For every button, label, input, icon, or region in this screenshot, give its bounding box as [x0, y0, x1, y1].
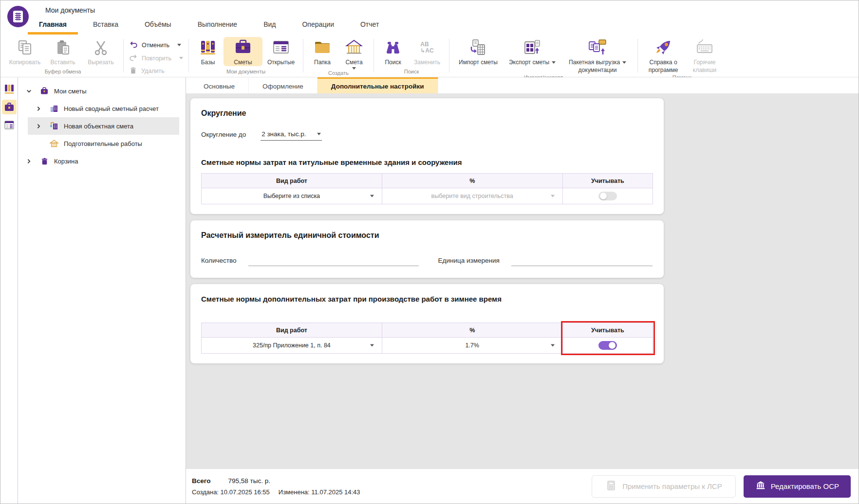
batch-export-button[interactable]: Пакетная выгрузка документации [561, 37, 634, 74]
rounding-select[interactable]: 2 знака, тыс.р. [261, 130, 322, 141]
apply-toggle[interactable] [598, 192, 617, 200]
trash-icon [38, 155, 50, 167]
scissors-icon [92, 37, 110, 58]
menu-tab-report[interactable]: Отчет [347, 20, 392, 35]
column-header-work: Вид работ [202, 174, 382, 188]
cut-button[interactable]: Вырезать [82, 37, 120, 66]
house-estimate-icon [344, 37, 364, 58]
chevron-right-icon[interactable] [33, 123, 44, 129]
quantity-input[interactable] [248, 256, 419, 266]
import-estimate-button[interactable]: Импорт сметы [453, 37, 504, 66]
replace-button[interactable]: AB ↳AC Заменить [409, 37, 446, 66]
tree-item-summary-estimate[interactable]: Новый сводный сметный расчет [18, 100, 186, 117]
paste-button[interactable]: Вставить [44, 37, 82, 66]
menu-tab-view[interactable]: Вид [250, 20, 289, 35]
ribbon-group-search: Поиск AB ↳AC Заменить Поиск [374, 35, 449, 77]
rocket-icon [654, 37, 673, 58]
estimate-dropdown-icon[interactable] [352, 67, 356, 70]
copy-button[interactable]: Копировать [6, 37, 44, 66]
construction-type-select[interactable]: выберите вид строительства [382, 188, 562, 204]
estimates-button[interactable]: Сметы [224, 37, 262, 66]
documents-tree: Мои сметы Новый сводный сметный расчет [18, 77, 186, 504]
undo-button[interactable]: Отменить [129, 40, 183, 50]
batch-dropdown-icon[interactable] [622, 61, 626, 64]
dropdown-arrow-icon [370, 195, 374, 198]
about-button[interactable]: Справка о программе [641, 37, 685, 74]
quantity-label: Количество [201, 257, 237, 266]
winter-work-type-select[interactable]: 325/пр Приложение 1, п. 84 [202, 338, 382, 354]
modified-timestamp: Изменена: 11.07.2025 14:43 [279, 488, 360, 496]
redo-button[interactable]: Повторить [129, 53, 183, 63]
group-label-search: Поиск [404, 68, 419, 76]
tab-design[interactable]: Оформление [249, 77, 317, 93]
tree-item-recycle-bin[interactable]: Корзина [18, 152, 186, 170]
column-header-apply: Учитывать [562, 174, 653, 188]
group-label-clipboard: Буфер обмена [45, 68, 81, 76]
dropdown-arrow-icon [551, 344, 555, 347]
menu-tab-execution[interactable]: Выполнение [185, 20, 250, 35]
create-estimate-button[interactable]: Смета [338, 37, 370, 70]
tree-item-my-estimates[interactable]: Мои сметы [18, 82, 186, 100]
briefcase-icon [38, 85, 50, 97]
rail-bases-button[interactable] [2, 82, 17, 96]
dropdown-arrow-icon [317, 133, 321, 135]
import-icon [468, 37, 488, 58]
column-header-percent: % [382, 174, 562, 188]
unit-input[interactable] [511, 256, 653, 266]
rail-estimates-button[interactable] [2, 100, 17, 114]
opened-button[interactable]: Открытые [262, 37, 299, 66]
tab-extra-settings[interactable]: Дополнительные настройки [317, 77, 438, 93]
apply-cell [562, 188, 653, 204]
rail-opened-button[interactable] [2, 118, 17, 132]
house-icon [48, 138, 60, 149]
export-estimate-button[interactable]: Экспорт сметы [504, 37, 561, 66]
tab-main[interactable]: Основные [190, 77, 249, 93]
rounding-card: Округление Округление до 2 знака, тыс.р.… [190, 98, 664, 214]
batch-export-icon [587, 37, 608, 58]
ribbon-group-help: Справка о программе [638, 35, 728, 77]
building-crane-icon [48, 120, 60, 132]
bases-icon [198, 37, 218, 58]
tree-item-object-estimate[interactable]: Новая объектная смета [28, 117, 179, 135]
hotkeys-button[interactable]: Горячие клавиши [685, 37, 724, 74]
column-header-apply: Учитывать [562, 323, 653, 338]
redo-dropdown-icon[interactable] [179, 57, 183, 59]
search-button[interactable]: Поиск [377, 37, 409, 66]
menu-tab-insert[interactable]: Вставка [80, 20, 131, 35]
edit-osr-button[interactable]: Редактировать ОСР [744, 475, 851, 498]
winter-apply-toggle[interactable] [598, 341, 617, 350]
chevron-down-icon[interactable] [23, 88, 35, 94]
ribbon-group-clipboard: Копировать Вставить [2, 35, 123, 77]
title-bar: Мои документы Главная Вставка Объёмы Вып… [0, 0, 859, 35]
winter-table: Вид работ % Учитывать 325/пр Приложение … [201, 323, 653, 354]
folder-button[interactable]: Папка [307, 37, 338, 66]
export-dropdown-icon[interactable] [552, 61, 556, 64]
menu-tab-operations[interactable]: Операции [289, 20, 347, 35]
group-label-my-documents: Мои документы [226, 68, 265, 76]
ribbon-group-import-export: Импорт сметы [449, 35, 637, 77]
bases-button[interactable]: Базы [192, 37, 224, 66]
menu-tab-volumes[interactable]: Объёмы [131, 20, 185, 35]
redo-icon [129, 53, 138, 63]
menu-tab-home[interactable]: Главная [26, 20, 80, 35]
work-type-select[interactable]: Выберите из списка [202, 188, 382, 204]
replace-ab-ac-icon: AB ↳AC [420, 37, 433, 58]
chevron-right-icon[interactable] [23, 158, 35, 164]
export-icon [523, 37, 542, 58]
undo-dropdown-icon[interactable] [177, 44, 181, 46]
unit-meter-title: Расчетный измеритель единичной стоимости [201, 231, 653, 240]
temp-buildings-title: Сметные нормы затрат на титульные времен… [201, 158, 653, 166]
total-value: 795,58 тыс. р. [228, 477, 270, 485]
delete-button[interactable]: Удалить [129, 66, 183, 76]
column-header-work: Вид работ [202, 323, 382, 338]
tree-item-prep-works[interactable]: Подготовительные работы [18, 135, 186, 152]
apply-parameters-button[interactable]: Применить параметры к ЛСР [592, 475, 736, 498]
bank-building-icon [755, 480, 766, 492]
winter-percent-select[interactable]: 1.7% [382, 338, 562, 354]
binoculars-icon [383, 37, 403, 58]
undo-icon [129, 40, 138, 50]
left-icon-rail [0, 77, 18, 504]
rounding-label: Округление до [201, 131, 246, 141]
column-header-percent: % [382, 323, 562, 338]
chevron-right-icon[interactable] [33, 106, 44, 112]
